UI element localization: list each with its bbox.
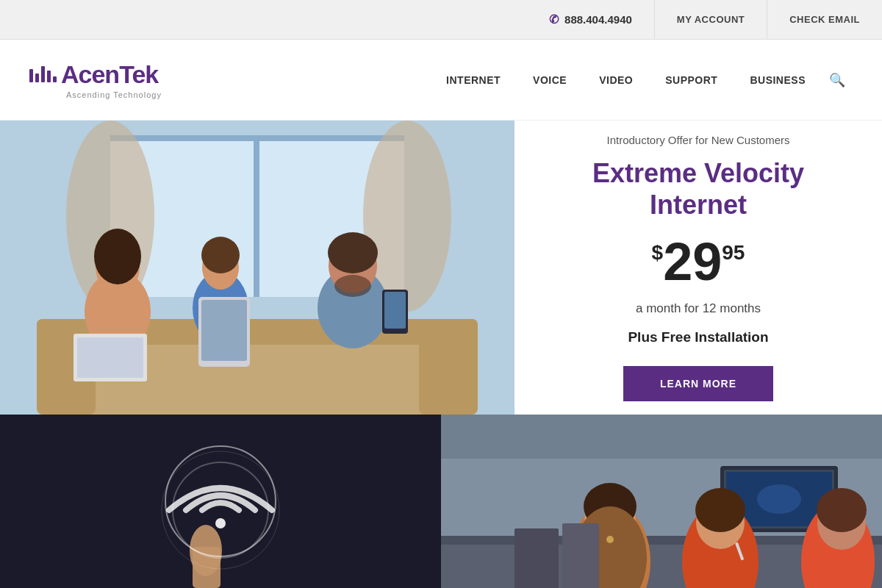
svg-point-31 bbox=[215, 518, 226, 528]
svg-point-17 bbox=[201, 237, 240, 273]
check-email-button[interactable]: CHECK EMAIL bbox=[767, 0, 882, 40]
my-account-button[interactable]: MY ACCOUNT bbox=[655, 0, 767, 40]
svg-rect-53 bbox=[514, 528, 559, 588]
svg-rect-14 bbox=[77, 337, 143, 378]
nav-links: INTERNET VOICE VIDEO SUPPORT BUSINESS 🔍 bbox=[430, 72, 853, 88]
svg-rect-3 bbox=[254, 135, 259, 297]
nav-internet[interactable]: INTERNET bbox=[430, 74, 517, 86]
svg-rect-54 bbox=[562, 523, 599, 588]
nav-business[interactable]: BUSINESS bbox=[734, 74, 822, 86]
hero-family-photo bbox=[0, 121, 514, 415]
bottom-panels bbox=[0, 415, 882, 588]
price-dollar: $ bbox=[652, 241, 664, 265]
logo-tagline: Ascending Technology bbox=[66, 90, 162, 99]
svg-point-40 bbox=[757, 484, 801, 514]
logo-bars-icon bbox=[29, 66, 57, 82]
svg-rect-19 bbox=[201, 300, 247, 361]
hero-price: $ 29 95 bbox=[652, 235, 745, 288]
hero-free-installation: Plus Free Installation bbox=[628, 329, 768, 345]
svg-point-23 bbox=[334, 275, 371, 297]
hero-content: Introductory Offer for New Customers Ext… bbox=[514, 121, 882, 415]
svg-rect-25 bbox=[384, 292, 406, 329]
svg-point-22 bbox=[328, 232, 378, 273]
svg-point-52 bbox=[817, 488, 867, 532]
search-icon[interactable]: 🔍 bbox=[822, 72, 853, 88]
svg-point-48 bbox=[695, 488, 745, 532]
hero-period: a month for 12 months bbox=[636, 301, 761, 316]
svg-point-12 bbox=[94, 229, 141, 284]
navbar: AcenTek Ascending Technology INTERNET VO… bbox=[0, 40, 882, 121]
nav-support[interactable]: SUPPORT bbox=[649, 74, 734, 86]
internet-panel[interactable] bbox=[0, 415, 441, 588]
top-bar: ✆ 888.404.4940 MY ACCOUNT CHECK EMAIL bbox=[0, 0, 882, 40]
price-cents: 95 bbox=[722, 241, 745, 265]
hero-title: Extreme Velocity Internet bbox=[551, 157, 845, 220]
svg-rect-9 bbox=[419, 319, 478, 415]
logo-text: AcenTek bbox=[61, 60, 158, 89]
svg-point-45 bbox=[606, 536, 614, 543]
business-panel[interactable] bbox=[441, 415, 882, 588]
logo[interactable]: AcenTek Ascending Technology bbox=[29, 60, 162, 99]
hero-intro-text: Introductory Offer for New Customers bbox=[607, 134, 790, 146]
price-main: 29 bbox=[663, 235, 722, 288]
nav-video[interactable]: VIDEO bbox=[583, 74, 649, 86]
hero-image bbox=[0, 121, 514, 415]
phone-icon: ✆ bbox=[549, 12, 559, 26]
nav-voice[interactable]: VOICE bbox=[517, 74, 583, 86]
hero-section: Introductory Offer for New Customers Ext… bbox=[0, 121, 882, 415]
phone-number: ✆ 888.404.4940 bbox=[527, 12, 654, 26]
learn-more-button[interactable]: LEARN MORE bbox=[623, 366, 773, 401]
